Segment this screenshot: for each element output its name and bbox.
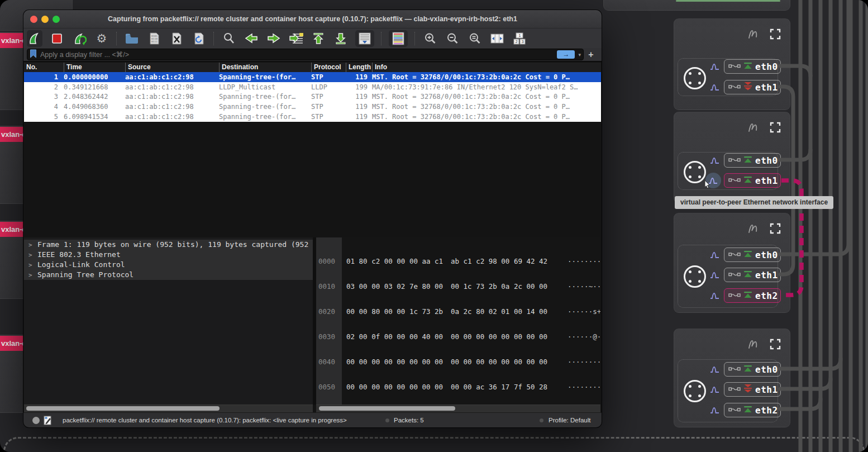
close-file-button[interactable] [169, 30, 184, 47]
expand-arrow-icon[interactable]: > [28, 250, 37, 260]
hex-pane-hscrollbar-thumb[interactable] [319, 406, 455, 411]
wireshark-window: Capturing from packetflix:// remote clus… [23, 10, 602, 427]
display-filter-input[interactable]: Apply a display filter ... <⌘/> → ▾ [27, 49, 584, 60]
go-back-button[interactable] [244, 30, 259, 47]
container-icon[interactable] [684, 380, 706, 402]
packet-capture-icon[interactable] [708, 83, 722, 91]
save-file-button[interactable]: 010101100111 [146, 30, 162, 47]
filter-history-caret[interactable]: ▾ [578, 52, 581, 58]
column-header-no[interactable]: No. [24, 63, 64, 72]
packet-capture-icon[interactable] [708, 271, 722, 279]
packet-row-selected[interactable]: 10.000000000aa:c1:ab:c1:c2:98Spanning-tr… [24, 72, 601, 82]
fullscreen-icon[interactable] [770, 223, 781, 236]
packet-row[interactable]: 56.098941534aa:c1:ab:c1:c2:98Spanning-tr… [24, 112, 601, 122]
expand-arrow-icon[interactable]: > [28, 240, 37, 250]
packet-capture-icon[interactable] [708, 63, 722, 70]
interface-name: eth0 [755, 61, 778, 72]
interface-pill[interactable]: eth0 [724, 362, 781, 377]
interface-pill[interactable]: eth0 [724, 153, 781, 168]
go-to-last-packet-button[interactable] [333, 30, 349, 47]
restart-capture-button[interactable] [71, 30, 87, 47]
fullscreen-icon[interactable] [770, 28, 781, 42]
zoom-original-button[interactable] [467, 30, 483, 47]
capture-options-button[interactable]: ⚙ [94, 30, 109, 47]
interface-name: eth1 [755, 175, 778, 186]
go-to-first-packet-button[interactable] [311, 30, 326, 47]
detail-pane-hscrollbar-thumb[interactable] [26, 406, 220, 411]
detail-tree-item[interactable]: >Logical-Link Control [24, 260, 313, 270]
expand-arrow-icon[interactable]: > [28, 270, 37, 280]
fullscreen-icon[interactable] [770, 122, 781, 135]
expand-arrow-icon[interactable]: > [28, 260, 37, 270]
apply-filter-button[interactable]: → [557, 50, 575, 59]
container-icon[interactable] [684, 161, 706, 183]
go-to-packet-button[interactable] [288, 30, 304, 47]
colorize-packets-button[interactable] [389, 30, 408, 47]
zoom-out-button[interactable] [445, 30, 460, 47]
interface-up-icon [743, 270, 752, 280]
interface-pill[interactable]: eth2 [724, 403, 781, 417]
capture-stats-icon[interactable] [746, 28, 761, 42]
zoom-in-button[interactable] [422, 30, 438, 47]
reload-file-button[interactable] [191, 30, 207, 47]
packet-capture-icon[interactable] [708, 406, 722, 414]
container-icon[interactable] [684, 265, 706, 288]
capture-stats-icon[interactable] [746, 222, 761, 237]
packet-capture-icon[interactable] [708, 292, 722, 299]
filter-placeholder: Apply a display filter ... <⌘/> [40, 50, 554, 59]
hex-row[interactable]: 004000 00 00 00 00 00 00 0000 00 00 00 0… [318, 358, 600, 366]
hex-row[interactable]: 003002 00 0f 00 00 00 40 0000 00 00 00 0… [318, 332, 600, 341]
packet-capture-icon[interactable] [708, 365, 722, 373]
go-forward-button[interactable] [266, 30, 282, 47]
column-header-source[interactable]: Source [125, 63, 219, 72]
fullscreen-icon[interactable] [770, 339, 781, 352]
packet-capture-icon[interactable] [708, 156, 722, 164]
packet-row[interactable]: 44.049068360aa:c1:ab:c1:c2:98Spanning-tr… [24, 102, 601, 112]
interface-pill-selected[interactable]: eth2 [724, 288, 781, 303]
hex-row[interactable]: 001003 00 00 03 02 7e 80 0000 1c 73 2b 0… [318, 282, 600, 291]
find-packet-button[interactable] [221, 30, 237, 47]
detail-tree-item[interactable]: >Spanning Tree Protocol [24, 270, 313, 280]
hex-row[interactable]: 002000 00 80 00 00 1c 73 2b0a 2c 80 02 0… [318, 307, 600, 316]
capture-stats-icon[interactable] [746, 121, 761, 136]
stop-capture-button[interactable] [49, 30, 65, 47]
column-header-info[interactable]: Info [372, 63, 601, 72]
interface-pill[interactable]: eth1 [724, 268, 781, 282]
packet-capture-icon[interactable] [708, 386, 722, 393]
bookmark-icon[interactable] [30, 49, 37, 60]
interface-pill[interactable]: eth0 [724, 59, 781, 74]
interface-pill[interactable]: eth1 [724, 382, 781, 397]
interface-up-icon [743, 61, 752, 72]
veth-link-icon [728, 175, 741, 185]
expert-info-indicator[interactable] [32, 417, 40, 424]
hex-row[interactable]: 000001 80 c2 00 00 00 aa c1ab c1 c2 98 0… [318, 257, 600, 265]
interface-up-icon [743, 250, 752, 260]
window-titlebar[interactable]: Capturing from packetflix:// remote clus… [23, 10, 602, 28]
detail-tree-item[interactable]: >IEEE 802.3 Ethernet [24, 250, 313, 260]
start-capture-button[interactable] [27, 30, 42, 47]
packet-capture-icon[interactable] [708, 251, 722, 259]
profile-label[interactable]: Profile: Default [549, 413, 590, 427]
auto-scroll-button[interactable] [355, 30, 374, 47]
toggle-column-layout-button[interactable]: 123 [512, 30, 527, 47]
packet-capture-icon-hover[interactable] [705, 173, 721, 188]
packet-row[interactable]: 20.349121668aa:c1:ab:c1:c2:98LLDP_Multic… [24, 82, 601, 92]
interface-pill-selected[interactable]: eth1 [724, 173, 781, 188]
hex-row[interactable]: 005000 00 00 00 00 00 00 0000 00 ac 36 1… [318, 383, 600, 391]
container-icon[interactable] [684, 67, 706, 89]
detail-tree-item[interactable]: >Frame 1: 119 bytes on wire (952 bits), … [24, 240, 313, 250]
capture-stats-icon[interactable] [746, 338, 761, 353]
packet-row[interactable]: 32.048362442aa:c1:ab:c1:c2:98Spanning-tr… [24, 92, 601, 102]
toolbar-separator [213, 32, 214, 45]
resize-columns-button[interactable] [489, 30, 505, 47]
column-header-protocol[interactable]: Protocol [311, 63, 346, 72]
interface-pill[interactable]: eth1 [724, 80, 781, 94]
open-file-button[interactable] [124, 30, 140, 47]
interface-pill[interactable]: eth0 [724, 248, 781, 262]
veth-link-icon [728, 384, 741, 394]
column-header-length[interactable]: Length [346, 63, 372, 72]
veth-link-icon [728, 405, 741, 415]
column-header-time[interactable]: Time [64, 63, 125, 72]
add-filter-button[interactable]: + [584, 50, 598, 60]
column-header-destination[interactable]: Destination [219, 63, 311, 72]
